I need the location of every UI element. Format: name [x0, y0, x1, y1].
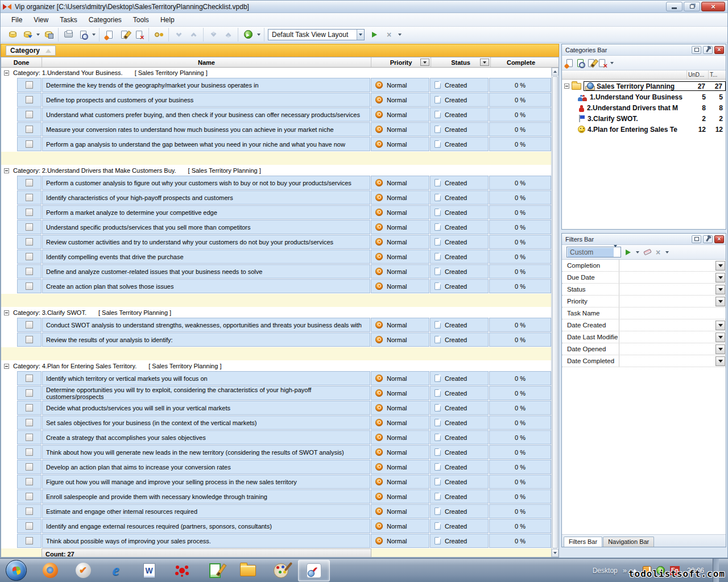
filter-value-field[interactable]	[619, 307, 726, 319]
task-row[interactable]: Develop an action plan that aims to incr…	[1, 460, 551, 474]
filter-dropdown-icon[interactable]	[715, 321, 725, 330]
task-row[interactable]: Enroll salespeople and provide them with…	[1, 489, 551, 504]
task-checkbox[interactable]	[26, 194, 33, 201]
task-row[interactable]: Think about how you will generate new le…	[1, 445, 551, 459]
task-name-cell[interactable]: Determine opportunities you will try to …	[42, 386, 370, 400]
column-header-name[interactable]: Name	[42, 57, 371, 67]
task-priority-cell[interactable]: Normal	[371, 415, 429, 430]
task-name-cell[interactable]: Conduct SWOT analysis to understand stre…	[42, 318, 370, 332]
task-checkbox[interactable]	[26, 238, 33, 246]
task-priority-cell[interactable]: Normal	[371, 460, 429, 474]
task-status-cell[interactable]: Created	[430, 190, 489, 205]
close-button[interactable]: ×	[701, 2, 725, 11]
task-status-cell[interactable]: Created	[430, 250, 489, 264]
task-name-cell[interactable]: Measure your conversion rates to underst…	[42, 122, 370, 136]
task-checkbox[interactable]	[26, 253, 33, 260]
edit-task-icon[interactable]	[118, 29, 130, 40]
task-checkbox[interactable]	[26, 404, 33, 411]
filters-toolbar-dropdown-icon[interactable]	[665, 251, 669, 253]
task-priority-cell[interactable]: Normal	[371, 107, 429, 122]
filter-dropdown-icon[interactable]	[715, 344, 725, 354]
task-priority-cell[interactable]: Normal	[371, 122, 429, 136]
task-status-cell[interactable]: Created	[430, 386, 489, 400]
task-row[interactable]: Conduct SWOT analysis to understand stre…	[1, 318, 551, 332]
category-group-row[interactable]: Category: 1.Understand Your Business.[ S…	[1, 68, 551, 78]
task-status-cell[interactable]: Created	[430, 519, 489, 533]
new-category-icon[interactable]	[566, 59, 573, 67]
task-checkbox[interactable]	[26, 537, 33, 544]
delete-category-icon[interactable]	[599, 59, 605, 67]
filters-bar-header[interactable]: Filters Bar ×	[562, 234, 726, 245]
new-database-icon[interactable]	[6, 29, 19, 40]
taskbar-app-vip-organizer[interactable]: ✔	[298, 560, 330, 581]
task-row[interactable]: Perform a gap analysis to understand the…	[1, 137, 551, 151]
apply-filter-icon[interactable]	[626, 250, 631, 255]
task-checkbox[interactable]	[26, 96, 33, 103]
filter-preset-combo[interactable]: Custom	[566, 247, 621, 257]
filter-row[interactable]: Priority	[562, 296, 726, 307]
task-status-cell[interactable]: Created	[430, 176, 489, 190]
categories-close-button[interactable]: ×	[714, 46, 724, 54]
categories-toolbar-dropdown-icon[interactable]	[610, 62, 614, 64]
task-priority-cell[interactable]: Normal	[371, 235, 429, 249]
tree-column-undone[interactable]: UnD...	[687, 70, 709, 79]
task-checkbox[interactable]	[26, 448, 33, 456]
task-name-cell[interactable]: Determine the key trends of the geograph…	[42, 78, 370, 92]
task-status-cell[interactable]: Created	[430, 220, 489, 234]
filter-row[interactable]: Date Created	[562, 319, 726, 331]
task-status-cell[interactable]: Created	[430, 504, 489, 518]
task-row[interactable]: Think about possible ways of improving y…	[1, 534, 551, 548]
title-bar[interactable]: Vip organizer [C:\Users\dmitry\Desktop\S…	[1, 1, 727, 13]
task-name-cell[interactable]: Review the results of your analysis to i…	[42, 332, 370, 347]
edit-category-icon[interactable]	[588, 59, 594, 67]
task-status-cell[interactable]: Created	[430, 489, 489, 504]
task-row[interactable]: Determine the key trends of the geograph…	[1, 78, 551, 92]
collapse-icon[interactable]	[4, 168, 9, 173]
filters-pin-button[interactable]	[703, 235, 713, 243]
tree-node[interactable]: Sales Territory Planning2727	[562, 81, 726, 92]
task-priority-cell[interactable]: Normal	[371, 205, 429, 219]
task-priority-cell[interactable]: Normal	[371, 504, 429, 518]
restore-button[interactable]	[684, 2, 700, 11]
task-name-cell[interactable]: Figure out how you will manage and impro…	[42, 475, 370, 489]
categories-pin-button[interactable]	[703, 46, 713, 54]
task-status-cell[interactable]: Created	[430, 205, 489, 219]
print-preview-icon[interactable]	[77, 29, 89, 40]
task-name-cell[interactable]: Define and analyze customer-related issu…	[42, 264, 370, 278]
save-database-icon[interactable]	[42, 29, 55, 40]
filters-close-button[interactable]: ×	[714, 235, 724, 243]
task-name-cell[interactable]: Perform a gap analysis to understand the…	[42, 137, 370, 151]
filter-value-field[interactable]	[619, 296, 726, 307]
taskbar-app-paint[interactable]	[265, 560, 297, 581]
task-row[interactable]: Decide what products/services you will s…	[1, 401, 551, 415]
filter-dropdown-icon[interactable]	[715, 356, 725, 366]
filter-value-field[interactable]	[619, 260, 726, 271]
task-status-cell[interactable]: Created	[430, 93, 489, 107]
task-row[interactable]: Review the results of your analysis to i…	[1, 332, 551, 347]
task-checkbox[interactable]	[26, 419, 33, 426]
taskbar-app-word[interactable]: W	[133, 560, 165, 581]
task-status-cell[interactable]: Created	[430, 235, 489, 249]
filter-dropdown-icon[interactable]	[715, 332, 725, 342]
menu-item-help[interactable]: Help	[155, 14, 180, 26]
task-checkbox[interactable]	[26, 111, 33, 118]
print-dropdown-icon[interactable]	[92, 34, 96, 36]
task-priority-cell[interactable]: Normal	[371, 78, 429, 92]
menu-item-tools[interactable]: Tools	[128, 14, 154, 26]
task-priority-cell[interactable]: Normal	[371, 386, 429, 400]
task-name-cell[interactable]: Think about how you will generate new le…	[42, 445, 370, 459]
task-status-cell[interactable]: Created	[430, 430, 489, 444]
filter-value-field[interactable]	[619, 343, 726, 355]
scroll-down-icon[interactable]	[552, 549, 559, 557]
open-database-icon[interactable]	[21, 29, 34, 40]
collapse-icon[interactable]	[4, 364, 9, 369]
desktop-toolbar-chevron-icon[interactable]: »	[623, 566, 627, 575]
task-name-cell[interactable]: Estimate and engage other internal resou…	[42, 504, 370, 518]
tab-navigation-bar[interactable]: Navigation Bar	[603, 537, 654, 547]
task-status-cell[interactable]: Created	[430, 415, 489, 430]
filter-row[interactable]: Completion	[562, 260, 726, 272]
task-priority-cell[interactable]: Normal	[371, 489, 429, 504]
task-status-cell[interactable]: Created	[430, 318, 489, 332]
start-button[interactable]	[6, 560, 27, 581]
task-checkbox[interactable]	[26, 434, 33, 441]
